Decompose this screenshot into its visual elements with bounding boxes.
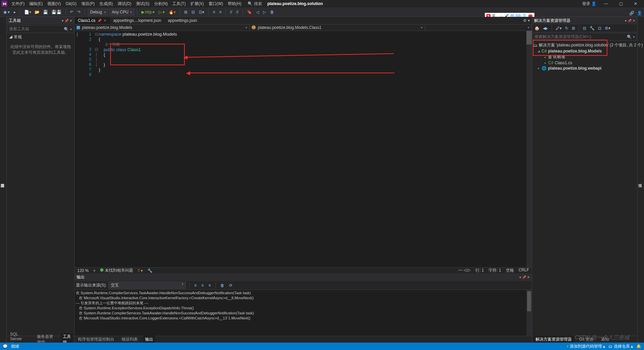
nav-project-dropdown[interactable]: plateau.poetize.blog.Models▾ <box>75 25 250 31</box>
tab-class1[interactable]: Class1.cs📌✕ <box>75 17 110 24</box>
server-explorer-tab[interactable]: 服务器资源管理器 <box>0 17 7 343</box>
feedback-icon[interactable]: 💬 <box>3 344 8 349</box>
no-issues-label[interactable]: 未找到相关问题 <box>105 268 133 273</box>
close-button[interactable]: ✕ <box>631 1 641 6</box>
refresh-icon[interactable]: ↻ <box>564 25 569 31</box>
settings-icon[interactable]: ⚙▾ <box>604 25 611 31</box>
file-class1[interactable]: ▸C#Class1.cs <box>532 60 637 66</box>
nav-back-button[interactable]: ◉ ▾ <box>2 9 11 15</box>
output-source-dropdown[interactable]: 交互▾ <box>109 282 186 289</box>
nav-member-dropdown[interactable]: ▾ <box>425 25 532 31</box>
zoom-level[interactable]: 120 % <box>77 268 89 273</box>
pin-icon[interactable]: ▾ 📌 ✕ <box>625 19 635 23</box>
menu-window[interactable]: 窗口(W) <box>207 0 225 8</box>
tab-appsettings-dev[interactable]: appsettings....lopment.json <box>110 17 165 24</box>
tb-icon-2[interactable]: ⊟ <box>190 9 196 15</box>
notification-bell-icon[interactable]: 🔔 <box>636 344 641 349</box>
ctab-output[interactable]: 输出 <box>143 336 155 343</box>
sync-icon[interactable]: 🖉▾ <box>555 25 563 31</box>
add-source-control[interactable]: ↑ 添加到源代码管理 ▴ <box>567 344 605 349</box>
gear-icon[interactable]: ⚙ ▾ <box>521 18 532 23</box>
start-debug-button[interactable]: ▶ http ▾ <box>140 9 156 15</box>
minimize-button[interactable]: — <box>601 1 611 6</box>
code-body[interactable]: namespace plateau.poetize.blog.Models { … <box>99 31 177 267</box>
preview-icon[interactable]: ⊡ <box>597 25 602 31</box>
tab-appsettings[interactable]: appsettings.json <box>165 17 201 24</box>
sign-in-link[interactable]: 登录 👤 <box>582 1 596 7</box>
close-icon[interactable]: ✕ <box>103 18 106 23</box>
pin-icon[interactable]: 📌 <box>97 19 101 23</box>
spaces-label[interactable]: 空格 <box>506 268 514 273</box>
undo-button[interactable]: ↶ <box>69 9 75 15</box>
bookmark-clear-button[interactable]: 🗑 <box>269 9 275 15</box>
output-find-button[interactable]: ≡ <box>200 282 205 288</box>
toolbox-search[interactable]: 搜索工具箱 🔍 ▾ <box>7 25 74 33</box>
config-dropdown[interactable]: Debug▾ <box>88 9 108 15</box>
menu-project[interactable]: 项目(P) <box>79 0 97 8</box>
show-all-icon[interactable]: ⊞ <box>571 25 576 31</box>
tb-icon-1[interactable]: ⊞ <box>183 9 189 15</box>
menu-tools[interactable]: 工具(T) <box>170 0 187 8</box>
pin-icon[interactable]: ▾ 📌 ✕ <box>519 275 530 279</box>
properties-icon[interactable]: 🔧 <box>589 25 596 31</box>
redo-button[interactable]: ↷ <box>76 9 82 15</box>
lightbulb-icon[interactable]: ℐ ▾ <box>138 268 143 273</box>
menu-build[interactable]: 生成(B) <box>97 0 115 8</box>
start-no-debug-button[interactable]: ▷ ▾ <box>157 9 166 15</box>
output-scrollbar[interactable] <box>526 290 532 336</box>
ctab-errors[interactable]: 错误列表 <box>120 336 140 343</box>
indent-right-button[interactable]: ≡ <box>218 9 223 15</box>
indent-left-button[interactable]: ≡ <box>211 9 216 15</box>
home-icon[interactable]: 🏠 <box>533 25 541 31</box>
menu-test[interactable]: 测试(S) <box>134 0 152 8</box>
share-icon[interactable]: 🔗 <box>629 11 634 15</box>
admin-icon[interactable]: 👤 <box>637 11 642 15</box>
open-button[interactable]: 📂 <box>33 9 41 15</box>
output-clear-button[interactable]: 🗑 <box>219 282 226 288</box>
menu-view[interactable]: 视图(V) <box>45 0 63 8</box>
editor-scrollbar[interactable] <box>526 31 532 267</box>
bookmark-button[interactable]: 🔖 <box>246 9 253 15</box>
properties-tab[interactable]: 属性 <box>637 17 644 343</box>
menu-debug[interactable]: 调试(D) <box>116 0 133 8</box>
toolbox-group-general[interactable]: ◢ 常规 <box>7 34 74 41</box>
hot-reload-button[interactable]: 🔥▾ <box>167 9 177 15</box>
select-repo[interactable]: 🗂 选择仓库 ▴ <box>608 344 633 349</box>
rtab-git[interactable]: Git 更改 <box>577 336 596 343</box>
code-editor[interactable]: { 12345678 ⊟⊟||| namespace plateau.poeti… <box>75 31 532 267</box>
output-goto-button[interactable]: ≡ <box>193 282 198 288</box>
save-all-button[interactable]: 💾💾 <box>50 9 63 15</box>
uncomment-button[interactable]: // <box>235 9 240 15</box>
screwdriver-icon[interactable]: 🔧 <box>147 268 153 273</box>
menu-file[interactable]: 文件(F) <box>9 0 27 8</box>
rtab-notify[interactable]: 通知 <box>599 336 611 343</box>
bookmark-next-button[interactable]: ▷ <box>262 9 267 15</box>
project-webapi[interactable]: ▸🌐plateau.poetize.blog.webapi <box>532 66 637 71</box>
menu-git[interactable]: Git(G) <box>63 0 79 7</box>
nav-type-dropdown[interactable]: 🅒plateau.poetize.blog.Models.Class1▾ <box>250 25 425 31</box>
output-toggle-button[interactable]: ⟳ <box>228 282 234 288</box>
output-text[interactable]: 在 System.Runtime.CompilerServices.TaskAw… <box>75 290 532 336</box>
folding-margin[interactable]: ⊟⊟||| <box>94 31 99 267</box>
nav-fwd-button[interactable]: ▸ <box>12 9 17 15</box>
output-wrap-button[interactable]: ≡ <box>207 282 212 288</box>
tb-icon-3[interactable]: ⊡▾ <box>198 9 206 15</box>
new-item-button[interactable]: 📄▾ <box>23 9 33 15</box>
caret-nav[interactable]: — ◁ ▷ <box>458 268 471 273</box>
maximize-button[interactable]: ▢ <box>616 1 626 6</box>
rtab-sln[interactable]: 解决方案资源管理器 <box>533 336 574 343</box>
save-button[interactable]: 💾 <box>42 9 49 15</box>
ctab-pmc[interactable]: 程序包管理器控制台 <box>76 336 116 343</box>
menu-ext[interactable]: 扩展(X) <box>188 0 206 8</box>
menu-help[interactable]: 帮助(H) <box>226 0 244 8</box>
sln-back-icon[interactable]: ◀▸ <box>542 25 549 31</box>
comment-button[interactable]: // <box>228 9 233 15</box>
crlf-label[interactable]: CRLF <box>519 268 529 273</box>
pin-icon[interactable]: ▾ 📌 ✕ <box>62 19 72 23</box>
quick-search[interactable]: 🔍搜索 <box>248 1 262 7</box>
collapse-icon[interactable]: ⊟ <box>582 25 587 31</box>
menu-edit[interactable]: 编辑(E) <box>27 0 45 8</box>
platform-dropdown[interactable]: Any CPU▾ <box>110 9 134 15</box>
bookmark-prev-button[interactable]: ◁ <box>255 9 260 15</box>
menu-analyze[interactable]: 分析(N) <box>152 0 170 8</box>
